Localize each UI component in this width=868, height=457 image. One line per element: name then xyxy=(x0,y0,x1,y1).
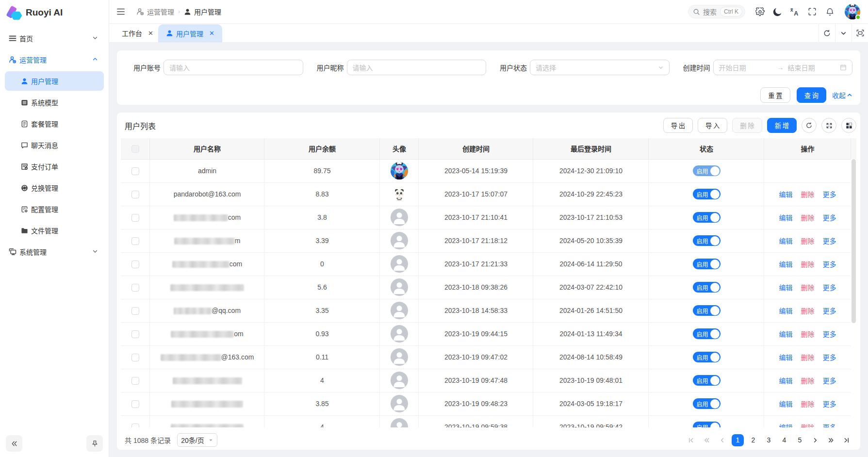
svg-text:A: A xyxy=(794,10,798,17)
svg-text:x̄: x̄ xyxy=(790,7,793,13)
